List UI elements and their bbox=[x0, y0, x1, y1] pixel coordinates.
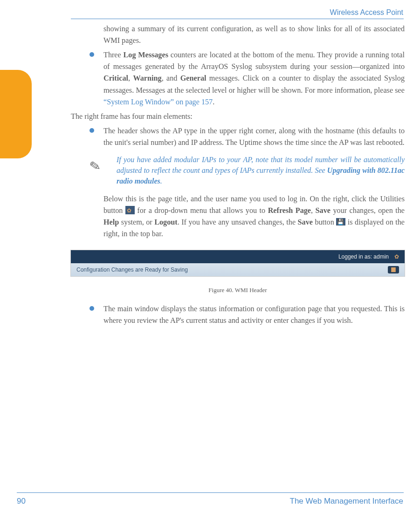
side-tab bbox=[0, 84, 32, 144]
note-hand-icon: ✎ bbox=[88, 155, 102, 177]
screenshot-status-bar: Configuration Changes are Ready for Savi… bbox=[71, 263, 405, 276]
bold-text: Refresh Page bbox=[268, 206, 311, 215]
bullet-icon bbox=[90, 52, 94, 57]
status-text: Configuration Changes are Ready for Savi… bbox=[76, 266, 188, 274]
paragraph-right-frame-intro: The right frame has four main elements: bbox=[71, 111, 405, 123]
text: , bbox=[128, 74, 133, 82]
header-rule bbox=[71, 19, 404, 19]
bold-text: Log Messages bbox=[123, 51, 168, 59]
figure-caption: Figure 40. WMI Header bbox=[71, 286, 405, 295]
bullet-header-description: The header shows the AP type in the uppe… bbox=[103, 125, 405, 149]
bold-text: Save bbox=[298, 218, 313, 226]
screenshot-gear-icon: ✿ bbox=[393, 253, 400, 261]
text: . If you have any unsaved changes, the bbox=[178, 218, 298, 226]
paragraph-utilities: Below this is the page title, and the us… bbox=[103, 193, 405, 240]
page-number: 90 bbox=[17, 497, 26, 506]
bold-text: General bbox=[180, 74, 207, 82]
running-header: Wireless Access Point bbox=[330, 8, 403, 17]
text: , and bbox=[162, 74, 180, 82]
bullet-icon bbox=[90, 306, 94, 311]
bullet-log-messages: Three Log Messages counters are located … bbox=[103, 49, 405, 108]
text: system, or bbox=[119, 218, 154, 226]
bullet-main-window: The main window displays the status info… bbox=[103, 303, 405, 327]
bold-text: Save bbox=[316, 206, 330, 215]
text: for a drop-down menu that allows you to bbox=[137, 206, 268, 215]
text: . bbox=[213, 98, 214, 106]
screenshot-top-bar: Logged in as: admin ✿ bbox=[71, 250, 405, 263]
bold-text: Critical bbox=[103, 74, 128, 82]
paragraph-continuation: showing a summary of its current configu… bbox=[103, 23, 405, 47]
screenshot-save-icon bbox=[388, 266, 399, 273]
text: your changes, open the bbox=[330, 206, 405, 215]
bold-text: Help bbox=[103, 218, 119, 226]
bullet-icon bbox=[90, 128, 94, 133]
text: . bbox=[160, 177, 162, 185]
cross-reference-link[interactable]: “System Log Window” on page 157 bbox=[103, 98, 213, 106]
figure-wmi-header-screenshot: Logged in as: admin ✿ Configuration Chan… bbox=[71, 250, 405, 276]
text: Three bbox=[103, 51, 123, 59]
bold-text: Logout bbox=[154, 218, 177, 226]
bold-text: Warning bbox=[133, 74, 161, 82]
utilities-gear-icon bbox=[125, 206, 135, 214]
footer-rule bbox=[17, 492, 404, 493]
logged-in-label: Logged in as: admin bbox=[338, 253, 389, 261]
text: , bbox=[311, 206, 316, 215]
text: button bbox=[313, 218, 336, 226]
page-content: showing a summary of its current configu… bbox=[71, 23, 405, 329]
note-block: ✎ If you have added modular IAPs to your… bbox=[71, 154, 405, 187]
note-text: If you have added modular IAPs to your A… bbox=[117, 154, 405, 187]
footer-section-title: The Web Management Interface bbox=[290, 497, 404, 506]
text: The header shows the AP type in the uppe… bbox=[103, 127, 405, 147]
text: The main window displays the status info… bbox=[103, 305, 405, 325]
save-disk-icon bbox=[336, 218, 345, 225]
